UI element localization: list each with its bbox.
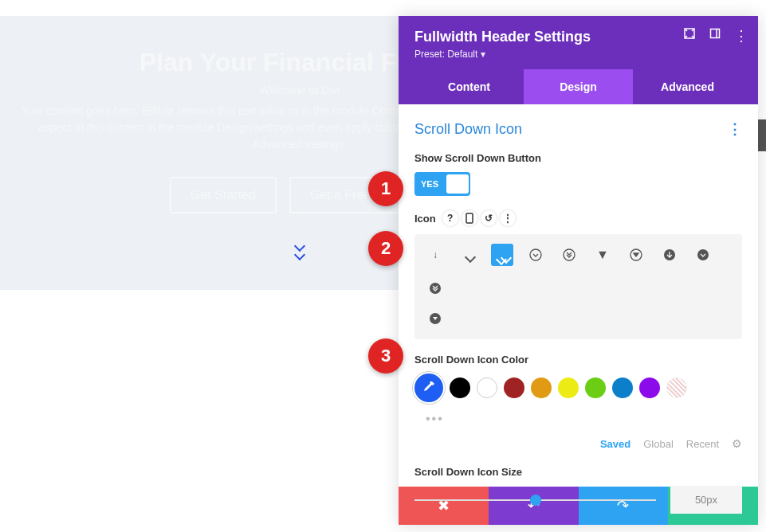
palette-settings-icon[interactable]: ⚙ [732, 437, 742, 450]
callout-2: 2 [368, 231, 403, 266]
icon-size-slider[interactable] [414, 492, 656, 508]
hover-icon[interactable]: ↺ [481, 210, 497, 226]
svg-point-4 [530, 249, 541, 260]
swatch-purple[interactable] [639, 377, 660, 398]
color-swatches [414, 374, 742, 402]
icon-color-label: Scroll Down Icon Color [414, 354, 742, 366]
modal-header: Fullwidth Header Settings Preset: Defaul… [399, 16, 758, 104]
color-picker-button[interactable] [414, 374, 443, 402]
swatch-yellow[interactable] [558, 377, 579, 398]
expand-icon[interactable] [683, 27, 696, 40]
icon-option-arrow-circle-fill[interactable] [658, 244, 681, 266]
svg-point-8 [697, 249, 709, 260]
panel-drag-handle[interactable] [758, 119, 766, 151]
tab-design[interactable]: Design [524, 69, 633, 104]
more-icon[interactable]: ⋮ [500, 210, 516, 226]
icon-size-field: Scroll Down Icon Size 50px [414, 466, 742, 514]
svg-rect-3 [466, 213, 473, 223]
svg-rect-1 [711, 29, 720, 38]
help-icon[interactable]: ? [442, 210, 458, 226]
snap-icon[interactable] [709, 27, 721, 40]
responsive-icon[interactable] [462, 210, 477, 226]
icon-field: Icon ? ↺ ⋮ ↓ ▼ [414, 210, 742, 339]
icon-option-chevron-circle-outline[interactable] [524, 244, 547, 266]
icon-option-triangle-circle[interactable] [625, 244, 647, 266]
swatch-darkred[interactable] [504, 377, 524, 398]
section-title: Scroll Down Icon ⋮ [414, 120, 742, 138]
icon-option-chevron-small[interactable] [458, 244, 480, 266]
swatch-blue[interactable] [612, 377, 633, 398]
palette-tab-global[interactable]: Global [643, 438, 674, 450]
kebab-menu-icon[interactable]: ⋮ [734, 27, 747, 40]
icon-option-double-chevron[interactable] [491, 244, 513, 266]
settings-modal: Fullwidth Header Settings Preset: Defaul… [399, 16, 758, 525]
palette-tab-recent[interactable]: Recent [686, 438, 719, 450]
icon-color-field: Scroll Down Icon Color ••• Saved Global [414, 354, 742, 450]
slider-thumb[interactable] [530, 495, 541, 506]
swatch-green[interactable] [585, 377, 606, 398]
section-menu-icon[interactable]: ⋮ [728, 120, 742, 138]
color-palette-tabs: Saved Global Recent ⚙ [414, 437, 742, 450]
icon-option-double-chevron-fill[interactable] [424, 277, 446, 299]
icon-option-arrow[interactable]: ↓ [424, 244, 446, 266]
icon-option-triangle[interactable]: ▼ [591, 244, 614, 266]
icon-option-triangle-circle-fill[interactable] [424, 307, 446, 330]
swatch-white[interactable] [477, 377, 497, 398]
modal-tabs: Content Design Advanced [414, 69, 742, 104]
palette-tab-saved[interactable]: Saved [600, 438, 630, 450]
icon-picker: ↓ ▼ [414, 234, 742, 339]
show-scroll-label: Show Scroll Down Button [414, 152, 742, 164]
more-swatches-icon[interactable]: ••• [426, 412, 742, 426]
icon-size-value[interactable]: 50px [670, 486, 742, 514]
modal-body: Scroll Down Icon ⋮ Show Scroll Down Butt… [399, 104, 758, 487]
callout-1: 1 [368, 171, 403, 206]
show-scroll-field: Show Scroll Down Button YES [414, 152, 742, 196]
preset-selector[interactable]: Preset: Default ▾ [414, 49, 742, 60]
icon-option-chevron-circle-fill[interactable] [692, 244, 714, 266]
tab-content[interactable]: Content [414, 69, 524, 104]
swatch-black[interactable] [450, 377, 470, 398]
icon-option-double-chevron-circle[interactable] [558, 244, 580, 266]
show-scroll-toggle[interactable]: YES [414, 172, 470, 196]
get-started-button[interactable]: Get Started [170, 177, 277, 213]
icon-size-label: Scroll Down Icon Size [414, 466, 742, 478]
callout-3: 3 [368, 338, 403, 374]
icon-label: Icon [414, 213, 436, 225]
swatch-transparent[interactable] [666, 377, 687, 398]
tab-advanced[interactable]: Advanced [633, 69, 742, 104]
swatch-orange[interactable] [531, 377, 552, 398]
